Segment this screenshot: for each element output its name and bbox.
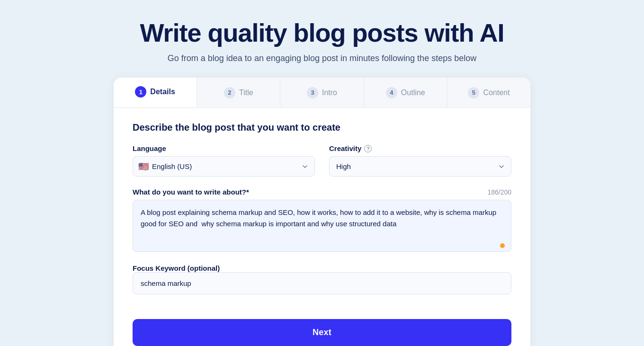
creativity-select[interactable]: Low Medium High Very High	[329, 156, 511, 177]
keyword-input[interactable]	[133, 272, 511, 294]
language-label: Language	[133, 144, 315, 152]
textarea-wrapper: A blog post explaining schema markup and…	[133, 200, 511, 254]
tab-number-3: 3	[307, 87, 318, 98]
section-title: Describe the blog post that you want to …	[133, 122, 511, 133]
tab-intro[interactable]: 3 Intro	[280, 78, 364, 107]
keyword-group: Focus Keyword (optional)	[133, 264, 511, 294]
language-select-wrapper: 🇺🇸 English (US) Spanish French German Po…	[133, 156, 315, 177]
tab-label-details: Details	[150, 88, 175, 96]
tabs-nav: 1 Details 2 Title 3 Intro 4 Outline 5 Co…	[114, 78, 530, 108]
tab-number-5: 5	[468, 87, 479, 98]
tab-outline[interactable]: 4 Outline	[364, 78, 447, 107]
tab-title[interactable]: 2 Title	[197, 78, 280, 107]
tab-content[interactable]: 5 Content	[447, 78, 530, 107]
textarea-label: What do you want to write about?*	[133, 188, 249, 196]
keyword-label: Focus Keyword (optional)	[133, 264, 511, 272]
char-count: 186/200	[487, 188, 511, 196]
card-body: Describe the blog post that you want to …	[114, 108, 530, 310]
tab-label-content: Content	[483, 89, 510, 97]
creativity-group: Creativity ? Low Medium High Very High	[329, 144, 511, 177]
textarea-label-row: What do you want to write about?* 186/20…	[133, 188, 511, 196]
tab-number-4: 4	[386, 87, 397, 98]
page-title: Write quality blog posts with AI	[140, 19, 504, 47]
tab-label-outline: Outline	[401, 89, 425, 97]
main-card: 1 Details 2 Title 3 Intro 4 Outline 5 Co…	[114, 78, 530, 346]
creativity-label: Creativity ?	[329, 144, 511, 152]
tab-label-intro: Intro	[322, 89, 337, 97]
language-creativity-row: Language 🇺🇸 English (US) Spanish French …	[133, 144, 511, 177]
language-select[interactable]: English (US) Spanish French German Portu…	[133, 156, 315, 177]
page-subtitle: Go from a blog idea to an engaging blog …	[140, 53, 504, 63]
tab-label-title: Title	[239, 89, 253, 97]
creativity-info-icon[interactable]: ?	[364, 145, 372, 152]
page-header: Write quality blog posts with AI Go from…	[140, 19, 504, 63]
textarea-group: What do you want to write about?* 186/20…	[133, 188, 511, 254]
language-group: Language 🇺🇸 English (US) Spanish French …	[133, 144, 315, 177]
next-button[interactable]: Next	[133, 319, 511, 346]
tab-number-2: 2	[224, 87, 235, 98]
blog-description-textarea[interactable]: A blog post explaining schema markup and…	[133, 200, 511, 252]
tab-details[interactable]: 1 Details	[114, 78, 197, 107]
tab-number-1: 1	[135, 86, 146, 98]
